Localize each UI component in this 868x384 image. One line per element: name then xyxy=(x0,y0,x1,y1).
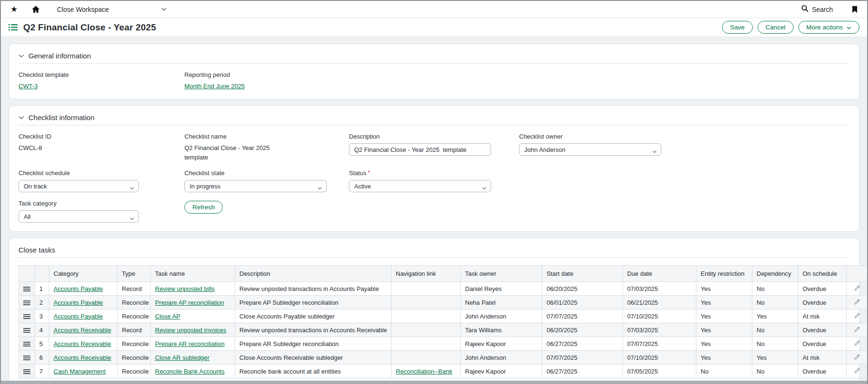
edit-task-button[interactable] xyxy=(847,337,868,351)
row-number: 6 xyxy=(35,351,49,365)
on-schedule-status: Overdue xyxy=(798,323,847,337)
pencil-icon xyxy=(854,355,860,362)
task-name-link[interactable]: Prepare AR reconciliation xyxy=(151,337,235,351)
navigation-link[interactable]: Reconciliation--Bank xyxy=(396,368,452,375)
task-name-link[interactable]: Close AR subledger xyxy=(151,351,235,365)
reporting-period-field: Reporting period Month End June 2025 xyxy=(184,71,350,90)
category-link[interactable]: Cash Management xyxy=(49,365,118,378)
category-link[interactable]: Accounts Payable xyxy=(54,313,103,320)
task-name-link[interactable]: Prepare AR reconciliation xyxy=(155,340,225,347)
task-description: Prepare AP Subledger reconciliation xyxy=(235,296,392,309)
edit-task-button[interactable] xyxy=(847,296,868,309)
task-name-link[interactable]: Review unposted bills xyxy=(151,282,235,296)
task-name-link[interactable]: Close AP xyxy=(151,309,235,323)
task-category-select[interactable]: All xyxy=(18,210,139,223)
drag-handle-icon[interactable] xyxy=(19,323,35,337)
navigation-link xyxy=(392,337,461,351)
checklist-template-link[interactable]: CWT-3 xyxy=(18,83,37,90)
task-name-link[interactable]: Close AR subledger xyxy=(155,354,210,361)
category-link[interactable]: Accounts Payable xyxy=(54,299,103,306)
start-date: 06/20/2025 xyxy=(542,323,623,337)
edit-task-button[interactable] xyxy=(847,309,868,323)
category-link[interactable]: Accounts Receivable xyxy=(49,337,118,351)
on-schedule-status: At risk xyxy=(798,351,847,365)
edit-task-button[interactable] xyxy=(847,323,868,337)
edit-task-button[interactable] xyxy=(847,282,868,296)
entity-restriction: Yes xyxy=(696,323,752,337)
drag-handle-icon[interactable] xyxy=(19,309,35,323)
entity-restriction: Yes xyxy=(696,282,752,296)
close-tasks-header-row: CategoryTypeTask nameDescriptionNavigati… xyxy=(19,266,868,282)
category-link[interactable]: Accounts Payable xyxy=(49,309,118,323)
edit-task-button[interactable] xyxy=(847,365,868,378)
category-link[interactable]: Accounts Receivable xyxy=(49,351,118,365)
task-type: Record xyxy=(118,323,151,337)
workspace-selector[interactable]: Close Workspace xyxy=(57,6,166,13)
task-name-link[interactable]: Reconcile Bank Accounts xyxy=(155,368,225,375)
drag-handle-icon[interactable] xyxy=(19,365,35,378)
task-name-link[interactable]: Reconcile Bank Accounts xyxy=(151,365,235,378)
bookmark-icon[interactable] xyxy=(852,6,858,13)
task-name-link[interactable]: Review unposted invoices xyxy=(151,323,235,337)
status-select[interactable]: Active xyxy=(349,180,491,192)
task-category-label: Task category xyxy=(18,200,184,207)
task-category-value: All xyxy=(24,213,30,220)
navigation-link xyxy=(392,296,461,309)
category-link[interactable]: Accounts Receivable xyxy=(54,327,111,334)
dependency: No xyxy=(752,323,798,337)
checklist-schedule-select[interactable]: On track xyxy=(18,180,139,192)
refresh-button[interactable]: Refresh xyxy=(184,201,223,214)
description-input[interactable] xyxy=(349,143,491,156)
task-name-link[interactable]: Close AP xyxy=(155,313,180,320)
more-actions-button[interactable]: More actions xyxy=(798,21,859,34)
navigation-link[interactable]: Reconciliation--Bank xyxy=(392,365,461,378)
category-link[interactable]: Accounts Payable xyxy=(49,282,118,296)
reporting-period-label: Reporting period xyxy=(184,71,350,78)
cancel-button[interactable]: Cancel xyxy=(758,21,794,34)
home-icon[interactable] xyxy=(32,6,40,13)
task-owner: John Anderson xyxy=(461,351,542,365)
checklist-list-icon[interactable] xyxy=(9,24,18,31)
checklist-schedule-label: Checklist schedule xyxy=(18,169,184,177)
reporting-period-link[interactable]: Month End June 2025 xyxy=(184,83,245,90)
section-title: Close tasks xyxy=(18,246,55,254)
task-name-link[interactable]: Prepare AP reconciliation xyxy=(151,296,235,309)
category-link[interactable]: Accounts Receivable xyxy=(54,354,111,361)
on-schedule-status: Overdue xyxy=(798,296,847,309)
task-name-link[interactable]: Prepare AP reconciliation xyxy=(155,299,224,306)
search-button[interactable]: Search xyxy=(801,5,833,14)
checklist-id-value: CWCL-8 xyxy=(18,143,184,153)
edit-task-button[interactable] xyxy=(847,351,868,365)
close-tasks-table: CategoryTypeTask nameDescriptionNavigati… xyxy=(18,265,868,378)
checklist-information-header[interactable]: Checklist information xyxy=(18,112,850,125)
category-link[interactable]: Accounts Receivable xyxy=(49,323,118,337)
pencil-icon xyxy=(854,341,860,348)
drag-handle-icon[interactable] xyxy=(19,282,35,296)
category-link[interactable]: Accounts Payable xyxy=(49,296,118,309)
task-name-link[interactable]: Review unposted bills xyxy=(155,285,215,292)
on-schedule-status: Overdue xyxy=(798,337,847,351)
required-asterisk: * xyxy=(368,169,370,176)
category-link[interactable]: Accounts Receivable xyxy=(54,340,111,347)
category-link[interactable]: Cash Management xyxy=(54,368,106,375)
drag-handle-icon[interactable] xyxy=(19,296,35,309)
row-number: 3 xyxy=(35,309,49,323)
row-number: 7 xyxy=(35,365,49,378)
drag-handle-icon[interactable] xyxy=(19,351,35,365)
description-label: Description xyxy=(349,133,519,140)
task-name-link[interactable]: Review unposted invoices xyxy=(155,327,226,334)
start-date: 06/27/2025 xyxy=(542,365,623,378)
start-date: 07/07/2025 xyxy=(542,309,623,323)
category-link[interactable]: Accounts Payable xyxy=(54,285,103,292)
task-type: Reconcile xyxy=(118,296,151,309)
due-date: 07/03/2025 xyxy=(623,282,696,296)
general-information-header[interactable]: General information xyxy=(18,50,850,64)
favorite-star-icon[interactable]: ★ xyxy=(10,5,18,13)
checklist-state-select[interactable]: In progress xyxy=(184,180,327,192)
pencil-icon xyxy=(854,327,860,334)
checklist-owner-select[interactable]: John Anderson xyxy=(519,143,661,156)
save-button[interactable]: Save xyxy=(722,21,753,34)
drag-handle-icon[interactable] xyxy=(19,337,35,351)
task-row: 2Accounts PayableReconcilePrepare AP rec… xyxy=(19,296,868,309)
search-icon xyxy=(801,5,809,14)
